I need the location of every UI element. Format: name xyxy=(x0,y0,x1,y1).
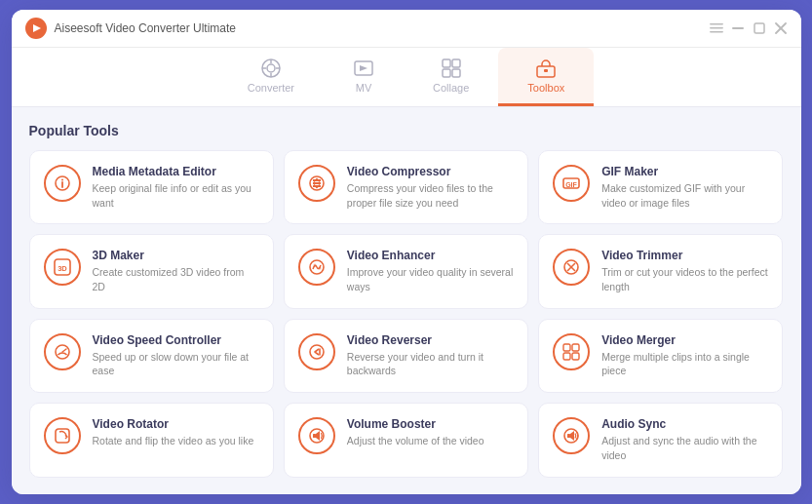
tab-converter-label: Converter xyxy=(248,82,294,94)
tool-card-media-metadata-editor[interactable]: Media Metadata EditorKeep original file … xyxy=(29,150,274,224)
tool-card-video-compressor[interactable]: Video CompressorCompress your video file… xyxy=(284,150,528,224)
svg-rect-19 xyxy=(452,69,460,77)
section-title: Popular Tools xyxy=(29,123,784,138)
volume-booster-icon xyxy=(298,417,335,454)
tool-card-video-enhancer[interactable]: Video EnhancerImprove your video quality… xyxy=(284,234,528,308)
tab-converter[interactable]: Converter xyxy=(218,48,324,106)
tool-card-video-reverser[interactable]: Video ReverserReverse your video and tur… xyxy=(284,319,528,393)
video-speed-controller-desc: Speed up or slow down your file at ease xyxy=(93,350,259,378)
gif-maker-icon: GIF xyxy=(553,165,590,202)
svg-point-10 xyxy=(267,64,275,72)
video-compressor-name: Video Compressor xyxy=(347,165,514,178)
3d-maker-icon: 3D xyxy=(44,249,81,286)
tool-card-video-rotator[interactable]: Video RotatorRotate and flip the video a… xyxy=(29,403,274,477)
video-reverser-name: Video Reverser xyxy=(347,333,514,347)
video-trimmer-info: Video TrimmerTrim or cut your videos to … xyxy=(601,249,768,293)
tab-toolbox[interactable]: Toolbox xyxy=(498,48,594,106)
app-window: Aiseesoft Video Converter Ultimate xyxy=(12,10,801,494)
video-reverser-icon xyxy=(298,333,335,370)
svg-rect-49 xyxy=(313,434,316,438)
media-metadata-editor-info: Media Metadata EditorKeep original file … xyxy=(93,165,259,210)
3d-maker-name: 3D Maker xyxy=(93,249,259,262)
video-speed-controller-icon xyxy=(44,333,81,370)
video-rotator-icon xyxy=(44,417,81,454)
title-bar: Aiseesoft Video Converter Ultimate xyxy=(12,10,801,48)
svg-text:GIF: GIF xyxy=(565,181,577,188)
video-enhancer-desc: Improve your video quality in several wa… xyxy=(347,265,514,293)
tab-mv-label: MV xyxy=(356,82,372,94)
3d-maker-desc: Create customized 3D video from 2D xyxy=(93,265,259,293)
gif-maker-name: GIF Maker xyxy=(601,165,768,178)
audio-sync-desc: Adjust and sync the audio with the video xyxy=(601,434,768,462)
video-trimmer-name: Video Trimmer xyxy=(601,249,768,262)
video-merger-desc: Merge multiple clips into a single piece xyxy=(601,350,768,378)
svg-rect-4 xyxy=(710,31,723,33)
svg-point-35 xyxy=(318,267,321,270)
video-enhancer-name: Video Enhancer xyxy=(347,249,514,262)
svg-rect-6 xyxy=(754,23,764,33)
svg-rect-16 xyxy=(443,59,450,67)
video-speed-controller-name: Video Speed Controller xyxy=(93,333,259,347)
video-compressor-desc: Compress your video files to the proper … xyxy=(347,181,514,210)
svg-rect-3 xyxy=(710,27,723,29)
tool-card-volume-booster[interactable]: Volume BoosterAdjust the volume of the v… xyxy=(284,403,528,477)
media-metadata-editor-icon xyxy=(44,165,81,202)
svg-point-24 xyxy=(61,179,63,181)
video-reverser-info: Video ReverserReverse your video and tur… xyxy=(347,333,514,378)
svg-rect-45 xyxy=(563,353,570,360)
video-enhancer-icon xyxy=(298,249,335,286)
3d-maker-info: 3D MakerCreate customized 3D video from … xyxy=(93,249,259,293)
tab-toolbox-label: Toolbox xyxy=(527,82,564,94)
svg-rect-2 xyxy=(710,23,723,25)
video-compressor-info: Video CompressorCompress your video file… xyxy=(347,165,514,210)
svg-line-40 xyxy=(62,349,66,352)
svg-rect-18 xyxy=(443,69,450,77)
close-icon[interactable] xyxy=(774,21,788,35)
video-trimmer-desc: Trim or cut your videos to the perfect l… xyxy=(601,265,768,293)
tool-card-video-speed-controller[interactable]: Video Speed ControllerSpeed up or slow d… xyxy=(29,319,274,393)
mv-icon xyxy=(353,58,374,79)
media-metadata-editor-name: Media Metadata Editor xyxy=(93,165,259,178)
app-title: Aiseesoft Video Converter Ultimate xyxy=(55,21,710,35)
window-controls xyxy=(710,21,788,35)
menu-icon[interactable] xyxy=(710,21,723,35)
svg-point-41 xyxy=(310,345,324,359)
audio-sync-info: Audio SyncAdjust and sync the audio with… xyxy=(601,417,768,462)
video-enhancer-info: Video EnhancerImprove your video quality… xyxy=(347,249,514,293)
video-merger-icon xyxy=(553,333,590,370)
tool-card-video-merger[interactable]: Video MergerMerge multiple clips into a … xyxy=(538,319,783,393)
svg-marker-50 xyxy=(316,431,320,441)
collage-icon xyxy=(441,58,462,79)
video-merger-name: Video Merger xyxy=(601,333,768,347)
video-merger-info: Video MergerMerge multiple clips into a … xyxy=(601,333,768,378)
tool-card-audio-sync[interactable]: Audio SyncAdjust and sync the audio with… xyxy=(538,403,783,477)
tool-card-3d-maker[interactable]: 3D3D MakerCreate customized 3D video fro… xyxy=(29,234,274,308)
svg-rect-46 xyxy=(572,353,579,360)
svg-rect-52 xyxy=(567,434,570,438)
video-reverser-desc: Reverse your video and turn it backwards xyxy=(347,350,514,378)
converter-icon xyxy=(260,58,282,79)
svg-point-34 xyxy=(313,264,316,267)
tab-mv[interactable]: MV xyxy=(324,48,404,106)
volume-booster-info: Volume BoosterAdjust the volume of the v… xyxy=(347,417,514,448)
tool-card-gif-maker[interactable]: GIFGIF MakerMake customized GIF with you… xyxy=(538,150,783,224)
svg-rect-17 xyxy=(452,59,460,67)
svg-rect-5 xyxy=(732,27,744,29)
maximize-icon[interactable] xyxy=(753,21,766,35)
app-logo xyxy=(25,18,47,39)
video-rotator-name: Video Rotator xyxy=(93,417,259,431)
svg-marker-53 xyxy=(570,431,574,441)
svg-rect-21 xyxy=(544,69,548,72)
tool-card-video-trimmer[interactable]: Video TrimmerTrim or cut your videos to … xyxy=(538,234,783,308)
gif-maker-info: GIF MakerMake customized GIF with your v… xyxy=(601,165,768,210)
tools-grid: Media Metadata EditorKeep original file … xyxy=(29,150,784,478)
minimize-icon[interactable] xyxy=(731,21,745,35)
main-content: Popular Tools Media Metadata EditorKeep … xyxy=(12,107,801,494)
video-compressor-icon xyxy=(298,165,335,202)
video-speed-controller-info: Video Speed ControllerSpeed up or slow d… xyxy=(93,333,259,378)
video-rotator-info: Video RotatorRotate and flip the video a… xyxy=(93,417,259,448)
video-rotator-desc: Rotate and flip the video as you like xyxy=(93,434,259,448)
tab-collage-label: Collage xyxy=(433,82,469,94)
svg-text:3D: 3D xyxy=(58,264,67,273)
tab-collage[interactable]: Collage xyxy=(404,48,498,106)
